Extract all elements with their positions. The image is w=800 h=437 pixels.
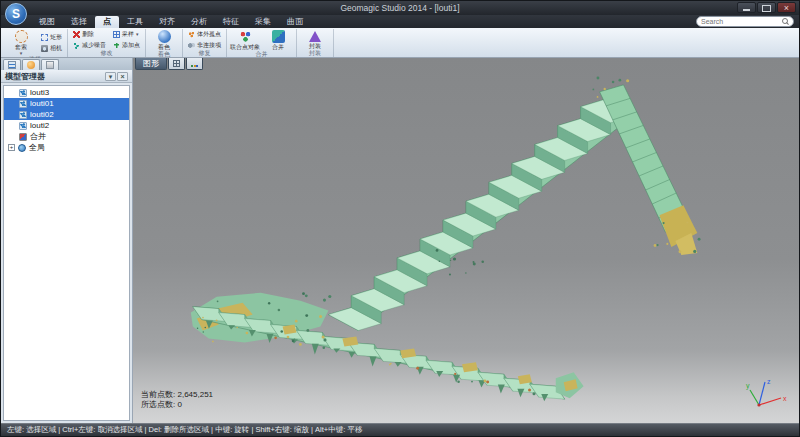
tab-select[interactable]: 选择 bbox=[63, 16, 95, 28]
sample-button[interactable]: 采样 ▾ bbox=[110, 29, 143, 39]
add-point-button[interactable]: 添加点 bbox=[110, 40, 143, 50]
tab-capture[interactable]: 采集 bbox=[247, 16, 279, 28]
merge-icon bbox=[272, 30, 285, 43]
ribbon-tab-bar: 视图 选择 点 工具 对齐 分析 特征 采集 曲面 bbox=[1, 15, 799, 28]
button-label: 相机 bbox=[50, 44, 62, 53]
panel-tab-model-manager[interactable] bbox=[3, 59, 21, 70]
dialog-icon bbox=[46, 61, 54, 69]
panel-close-button[interactable] bbox=[117, 72, 128, 81]
mouse-hints: 左键: 选择区域 | Ctrl+左键: 取消选择区域 | Del: 删除所选区域… bbox=[7, 425, 362, 435]
reduce-noise-icon bbox=[73, 42, 80, 49]
merge-node-icon bbox=[19, 133, 27, 141]
tab-features[interactable]: 特征 bbox=[215, 16, 247, 28]
viewport-tab-report[interactable] bbox=[186, 58, 203, 70]
selected-points-value: 0 bbox=[177, 400, 181, 409]
tree-item[interactable]: louti2 bbox=[4, 120, 129, 131]
tree-item-label: louti2 bbox=[30, 121, 49, 130]
display-icon bbox=[27, 61, 35, 69]
wrap-button[interactable]: 封装 bbox=[299, 29, 331, 50]
tree-item[interactable]: louti3 bbox=[4, 87, 129, 98]
panel-tab-dialog[interactable] bbox=[41, 59, 59, 70]
rectangle-select-button[interactable]: 矩形 bbox=[38, 32, 65, 42]
y-axis-label: y bbox=[746, 382, 750, 390]
search-icon bbox=[782, 18, 789, 25]
button-label: 减少噪音 bbox=[82, 41, 106, 50]
tab-alignment[interactable]: 对齐 bbox=[151, 16, 183, 28]
tree-item[interactable]: 合并 bbox=[4, 131, 129, 142]
tree-item[interactable]: louti02 bbox=[4, 109, 129, 120]
button-label: 非连接项 bbox=[197, 41, 221, 50]
outliers-button[interactable]: 体外孤点 bbox=[185, 29, 224, 39]
point-cloud-icon bbox=[19, 111, 27, 119]
search-input[interactable] bbox=[701, 18, 780, 25]
tree-item-label: louti02 bbox=[30, 110, 54, 119]
button-label: 着色 bbox=[158, 44, 170, 50]
viewport-tab-graphics[interactable]: 图形 bbox=[135, 58, 167, 70]
model-manager-icon bbox=[8, 61, 16, 69]
point-cloud-icon bbox=[19, 100, 27, 108]
viewport-3d[interactable]: 图形 当前点数: 2,645,251 所选点数: 0 x y z bbox=[133, 58, 799, 423]
tab-analysis[interactable]: 分析 bbox=[183, 16, 215, 28]
tab-surface[interactable]: 曲面 bbox=[279, 16, 311, 28]
viewport-tab-strip: 图形 bbox=[135, 58, 203, 70]
model-render bbox=[133, 58, 799, 423]
ribbon-group-combine: 联合点对象 合并 合并 bbox=[227, 29, 297, 57]
camera-button[interactable]: 相机 bbox=[38, 43, 65, 53]
camera-icon bbox=[41, 45, 48, 52]
current-points-value: 2,645,251 bbox=[177, 390, 213, 399]
rectangle-select-icon bbox=[41, 34, 48, 41]
model-tree: louti3 louti01 louti02 louti2 合并 bbox=[3, 85, 130, 421]
lasso-button[interactable]: 套索 ▾ bbox=[5, 29, 37, 56]
ribbon-group-shade: 着色 着色 bbox=[146, 29, 183, 57]
combine-point-objects-button[interactable]: 联合点对象 bbox=[229, 29, 261, 51]
viewport-tab-grid[interactable] bbox=[168, 58, 185, 70]
maximize-button[interactable] bbox=[757, 2, 776, 13]
model-manager-panel: 模型管理器 louti3 louti01 louti02 bbox=[1, 58, 133, 423]
point-cloud-icon bbox=[19, 89, 27, 97]
button-label: 封装 bbox=[309, 43, 321, 49]
add-point-icon bbox=[113, 42, 120, 49]
tree-item-label: louti3 bbox=[30, 88, 49, 97]
panel-menu-button[interactable] bbox=[105, 72, 116, 81]
app-logo-icon[interactable]: S bbox=[5, 3, 27, 25]
tree-item[interactable]: louti01 bbox=[4, 98, 129, 109]
delete-button[interactable]: 删除 bbox=[70, 29, 109, 39]
disconnected-button[interactable]: 非连接项 bbox=[185, 40, 224, 50]
tree-item[interactable]: 全局 bbox=[4, 142, 129, 153]
shade-icon bbox=[158, 30, 171, 43]
reduce-noise-button[interactable]: 减少噪音 bbox=[70, 40, 109, 50]
sample-icon bbox=[113, 31, 120, 38]
chart-icon bbox=[191, 60, 198, 67]
button-label: 删除 bbox=[82, 30, 94, 39]
wrap-icon bbox=[309, 31, 321, 42]
globe-icon bbox=[18, 144, 26, 152]
shade-button[interactable]: 着色 bbox=[148, 29, 180, 51]
panel-tab-strip bbox=[1, 58, 132, 70]
panel-tab-display[interactable] bbox=[22, 59, 40, 70]
axis-triad[interactable]: x y z bbox=[745, 375, 791, 415]
tree-item-label: 合并 bbox=[30, 131, 46, 142]
button-label: 联合点对象 bbox=[230, 44, 260, 50]
tab-view[interactable]: 视图 bbox=[31, 16, 63, 28]
tree-item-label: louti01 bbox=[30, 99, 54, 108]
tab-tools[interactable]: 工具 bbox=[119, 16, 151, 28]
chevron-down-icon: ▾ bbox=[136, 32, 139, 36]
outliers-icon bbox=[188, 31, 195, 38]
chevron-down-icon: ▾ bbox=[20, 51, 23, 55]
lasso-icon bbox=[15, 30, 28, 43]
title-bar: S Geomagic Studio 2014 - [louti1] bbox=[1, 1, 799, 15]
close-button[interactable] bbox=[777, 2, 796, 13]
point-cloud-icon bbox=[19, 122, 27, 130]
current-points-label: 当前点数: bbox=[141, 390, 175, 399]
tab-points[interactable]: 点 bbox=[95, 16, 119, 28]
status-bar: 左键: 选择区域 | Ctrl+左键: 取消选择区域 | Del: 删除所选区域… bbox=[1, 423, 799, 436]
minimize-button[interactable] bbox=[737, 2, 756, 13]
axis-origin-icon bbox=[757, 403, 760, 406]
merge-button[interactable]: 合并 bbox=[262, 29, 294, 51]
expander-icon[interactable] bbox=[8, 144, 15, 151]
grid-icon bbox=[173, 60, 180, 67]
group-caption: 合并 bbox=[229, 51, 294, 58]
y-axis-icon bbox=[750, 390, 759, 405]
delete-icon bbox=[73, 31, 80, 38]
combine-point-objects-icon bbox=[239, 30, 252, 43]
